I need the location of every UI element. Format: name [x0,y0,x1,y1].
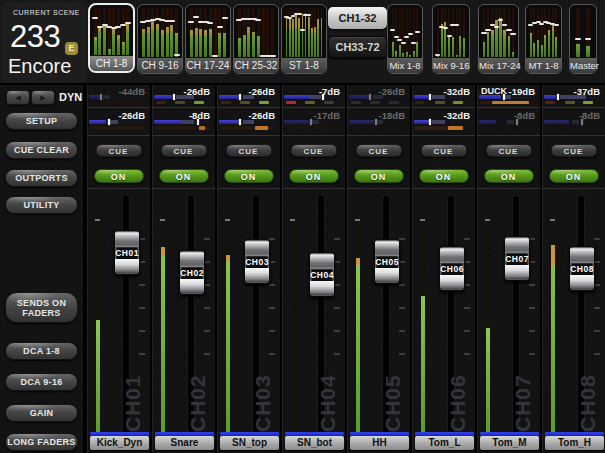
channel-on-button[interactable]: ON [549,169,599,183]
dyn-threshold-slider[interactable] [284,120,340,124]
channel-on-button[interactable]: ON [354,169,404,183]
current-scene-panel[interactable]: CURRENT SCENE 233 E Encore [2,2,86,83]
dyn-threshold-marker[interactable] [581,119,583,125]
dyn-threshold-slider[interactable] [349,95,405,99]
meter-peak-cap [199,29,202,36]
bank-button-ch33-72[interactable]: CH33-72 [328,36,387,58]
fader-knob[interactable]: CH02 [179,250,205,295]
channel-name[interactable]: SN_top [220,436,279,450]
cue-button[interactable]: CUE [550,144,597,157]
dyn-threshold-slider[interactable] [219,95,275,99]
meter-block-mix-9-16[interactable]: Mix 9-16 [432,4,470,74]
fader-knob-bottom-face [375,268,399,283]
meter-block-master[interactable]: Master [569,4,597,74]
dyn-threshold-marker[interactable] [197,119,199,125]
dyn-threshold-marker[interactable] [516,119,518,125]
dyn-threshold-marker[interactable] [503,94,505,100]
slider-fill [414,95,429,99]
dyn-threshold-slider[interactable] [544,120,600,124]
cue-button[interactable]: CUE [485,144,532,157]
sends-on-faders-button[interactable]: SENDS ON FADERS [5,292,78,323]
channel-name[interactable]: SN_bot [285,436,344,450]
cue-button[interactable]: CUE [160,144,207,157]
fader-position-dash [270,55,276,57]
next-arrow-button[interactable]: ▶ [31,90,55,105]
fader-knob[interactable]: CH07 [504,236,530,281]
meter-fill [402,53,404,57]
fader-knob[interactable]: CH06 [439,246,465,291]
meter-block-mt-1-8[interactable]: MT 1-8 [525,4,562,74]
cue-button[interactable]: CUE [95,144,142,157]
dyn-threshold-slider[interactable] [414,120,470,124]
utility-button[interactable]: UTILITY [5,196,78,214]
fader-position-dash [485,29,491,31]
setup-button[interactable]: SETUP [5,112,78,130]
channel-name[interactable]: Tom_M [480,436,539,450]
fader-knob[interactable]: CH03 [244,239,270,284]
dca-1-8-button[interactable]: DCA 1-8 [5,342,78,360]
dyn-threshold-slider[interactable] [219,120,275,124]
dyn-threshold-slider[interactable] [414,95,470,99]
dyn-threshold-marker[interactable] [100,94,102,100]
channel-on-button[interactable]: ON [419,169,469,183]
prev-arrow-button[interactable]: ◀ [6,90,30,105]
channel-name[interactable]: Kick_Dyn [90,436,149,450]
channel-on-button[interactable]: ON [159,169,209,183]
dyn-threshold-marker[interactable] [310,119,312,125]
cue-button[interactable]: CUE [420,144,467,157]
bank-button-ch1-32[interactable]: CH1-32 [328,7,387,29]
meter-block-mix-1-8[interactable]: Mix 1-8 [387,4,423,74]
cue-clear-button[interactable]: CUE CLEAR [5,141,78,159]
dyn-threshold-slider[interactable] [479,95,535,99]
dyn-threshold-marker[interactable] [239,119,241,125]
dyn-threshold-marker[interactable] [375,119,377,125]
dyn-threshold-marker[interactable] [429,94,431,100]
meter-block-ch-9-16[interactable]: CH 9-16 [137,4,183,74]
channel-on-button[interactable]: ON [94,169,144,183]
meter-block-st-1-8[interactable]: ST 1-8 [281,4,327,74]
fader-knob[interactable]: CH05 [374,239,400,284]
meter-bridge-bar: CURRENT SCENE 233 E Encore CH 1-8CH 9-16… [0,0,605,85]
dyn-threshold-slider[interactable] [284,95,340,99]
meter-block-ch-25-32[interactable]: CH 25-32 [233,4,279,74]
dyn-threshold-marker[interactable] [173,94,175,100]
outports-button[interactable]: OUTPORTS [5,169,78,187]
fader-position-dash [212,55,218,57]
dyn-threshold-marker[interactable] [429,119,431,125]
dyn-threshold-slider[interactable] [479,120,535,124]
channel-name[interactable]: Tom_L [415,436,474,450]
fader-knob[interactable]: CH08 [569,246,595,291]
channel-on-button[interactable]: ON [484,169,534,183]
meter-block-label: CH 1-8 [90,56,133,71]
cue-button[interactable]: CUE [225,144,272,157]
fader-knob[interactable]: CH04 [309,252,335,297]
dyn-threshold-slider[interactable] [154,95,210,99]
dyn-threshold-marker[interactable] [369,94,371,100]
dyn-threshold-marker[interactable] [557,94,559,100]
meter-column [541,8,543,57]
dyn-threshold-slider[interactable] [349,120,405,124]
channel-on-button[interactable]: ON [289,169,339,183]
meter-block-mix-17-24[interactable]: Mix 17-24 [478,4,519,74]
dyn-threshold-slider[interactable] [154,120,210,124]
dyn-threshold-marker[interactable] [108,119,110,125]
fader-knob[interactable]: CH01 [114,230,140,275]
gain-button[interactable]: GAIN [5,404,78,422]
cue-button[interactable]: CUE [355,144,402,157]
dyn-threshold-slider[interactable] [89,120,145,124]
dyn-threshold-slider[interactable] [89,95,145,99]
dyn-indicator-led [286,101,296,105]
dca-9-16-button[interactable]: DCA 9-16 [5,373,78,391]
channel-name[interactable]: HH [350,436,409,450]
strip-divider [87,135,150,136]
meter-block-ch-1-8[interactable]: CH 1-8 [88,3,135,73]
long-faders-button[interactable]: LONG FADERS [5,433,78,451]
dyn-threshold-marker[interactable] [322,94,324,100]
channel-on-button[interactable]: ON [224,169,274,183]
cue-button[interactable]: CUE [290,144,337,157]
channel-name[interactable]: Tom_H [545,436,604,450]
channel-name[interactable]: Snare [155,436,214,450]
meter-block-ch-17-24[interactable]: CH 17-24 [185,4,231,74]
dyn-threshold-marker[interactable] [239,94,241,100]
dyn-threshold-slider[interactable] [544,95,600,99]
